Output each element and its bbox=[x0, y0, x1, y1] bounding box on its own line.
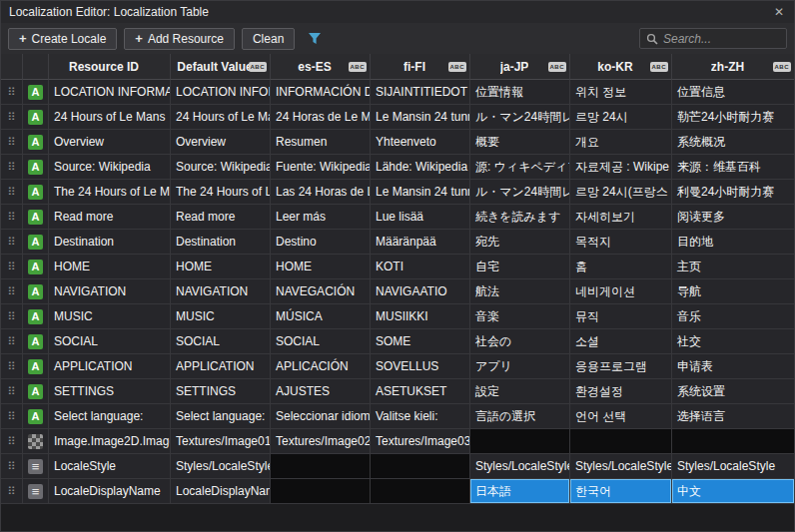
cell-resource-id[interactable]: LOCATION INFORMAT bbox=[49, 80, 171, 105]
cell-es-es[interactable]: APLICACIÓN bbox=[271, 354, 371, 379]
cell-zh-zh[interactable]: 阅读更多 bbox=[672, 205, 794, 230]
cell-es-es[interactable]: 24 Horas de Le Ma bbox=[271, 105, 371, 130]
cell-default-value[interactable]: HOME bbox=[171, 255, 271, 279]
cell-ja-jp[interactable]: アプリ bbox=[470, 354, 570, 379]
row-drag-handle[interactable]: ⠿ bbox=[1, 255, 23, 279]
cell-fi-fi[interactable]: Lue lisää bbox=[371, 205, 470, 230]
cell-zh-zh[interactable]: 选择语言 bbox=[672, 404, 794, 429]
cell-resource-id[interactable]: Overview bbox=[49, 130, 171, 155]
column-header-default-value[interactable]: Default Value ABC bbox=[171, 54, 271, 80]
clean-button[interactable]: Clean bbox=[242, 28, 295, 50]
cell-fi-fi[interactable]: NAVIGAATIO bbox=[371, 279, 470, 304]
cell-ja-jp[interactable]: 自宅 bbox=[470, 255, 570, 279]
row-drag-handle[interactable]: ⠿ bbox=[1, 429, 23, 454]
cell-default-value[interactable]: Read more bbox=[171, 205, 271, 230]
create-locale-button[interactable]: + Create Locale bbox=[8, 28, 117, 50]
cell-resource-id[interactable]: SETTINGS bbox=[49, 379, 171, 404]
cell-fi-fi[interactable]: KOTI bbox=[371, 255, 470, 279]
cell-ja-jp[interactable]: 位置情報 bbox=[470, 80, 570, 105]
cell-ja-jp[interactable]: 航法 bbox=[470, 279, 570, 304]
cell-zh-zh[interactable]: 位置信息 bbox=[672, 80, 794, 105]
cell-zh-zh[interactable]: 利曼24小时耐力赛 bbox=[672, 180, 794, 205]
cell-ko-kr[interactable]: 자료제공 : Wikipe bbox=[570, 155, 672, 180]
cell-ja-jp[interactable]: ル・マン24時間レース bbox=[470, 180, 570, 205]
cell-ja-jp[interactable]: 言語の選択 bbox=[470, 404, 570, 429]
row-drag-handle[interactable]: ⠿ bbox=[1, 404, 23, 429]
cell-default-value[interactable]: LOCATION INFOR bbox=[171, 80, 271, 105]
cell-fi-fi[interactable] bbox=[371, 479, 470, 504]
cell-zh-zh[interactable]: 导航 bbox=[672, 279, 794, 304]
cell-ko-kr[interactable]: 네비게이션 bbox=[570, 279, 672, 304]
cell-fi-fi[interactable]: Textures/Image03 bbox=[371, 429, 470, 454]
cell-es-es[interactable]: SOCIAL bbox=[271, 329, 371, 354]
cell-es-es[interactable]: AJUSTES bbox=[271, 379, 371, 404]
row-drag-handle[interactable]: ⠿ bbox=[1, 354, 23, 379]
row-drag-handle[interactable]: ⠿ bbox=[1, 454, 23, 479]
column-header-ko-kr[interactable]: ko-KR ABC bbox=[570, 54, 672, 80]
cell-es-es[interactable] bbox=[271, 479, 371, 504]
cell-resource-id[interactable]: Destination bbox=[49, 230, 171, 255]
cell-resource-id[interactable]: 24 Hours of Le Mans bbox=[49, 105, 171, 130]
cell-es-es[interactable]: Resumen bbox=[271, 130, 371, 155]
cell-default-value[interactable]: LocaleDisplayNam bbox=[171, 479, 271, 504]
cell-ja-jp[interactable]: 音楽 bbox=[470, 304, 570, 329]
cell-default-value[interactable]: SETTINGS bbox=[171, 379, 271, 404]
cell-zh-zh[interactable]: 系统设置 bbox=[672, 379, 794, 404]
cell-resource-id[interactable]: The 24 Hours of Le M bbox=[49, 180, 171, 205]
row-drag-handle[interactable]: ⠿ bbox=[1, 180, 23, 205]
cell-resource-id[interactable]: Read more bbox=[49, 205, 171, 230]
cell-zh-zh[interactable]: 音乐 bbox=[672, 304, 794, 329]
cell-ko-kr[interactable] bbox=[570, 429, 672, 454]
cell-fi-fi[interactable]: SIJAINTITIEDOT bbox=[371, 80, 470, 105]
cell-default-value[interactable]: MUSIC bbox=[171, 304, 271, 329]
row-drag-handle[interactable]: ⠿ bbox=[1, 479, 23, 504]
add-resource-button[interactable]: + Add Resource bbox=[124, 28, 235, 50]
row-drag-handle[interactable]: ⠿ bbox=[1, 205, 23, 230]
cell-ko-kr[interactable]: 개요 bbox=[570, 130, 672, 155]
cell-es-es[interactable]: Textures/Image02 bbox=[271, 429, 371, 454]
close-icon[interactable]: ✕ bbox=[772, 5, 786, 19]
cell-ko-kr[interactable]: Styles/LocaleStyle bbox=[570, 454, 672, 479]
cell-es-es[interactable]: Destino bbox=[271, 230, 371, 255]
cell-ja-jp[interactable]: Styles/LocaleStyle bbox=[470, 454, 570, 479]
cell-resource-id[interactable]: NAVIGATION bbox=[49, 279, 171, 304]
cell-ko-kr[interactable]: 언어 선택 bbox=[570, 404, 672, 429]
cell-ko-kr[interactable]: 한국어 bbox=[570, 479, 672, 504]
cell-zh-zh[interactable]: 主页 bbox=[672, 255, 794, 279]
cell-zh-zh[interactable]: 目的地 bbox=[672, 230, 794, 255]
cell-fi-fi[interactable] bbox=[371, 454, 470, 479]
cell-default-value[interactable]: Select language: bbox=[171, 404, 271, 429]
row-drag-handle[interactable]: ⠿ bbox=[1, 80, 23, 105]
cell-resource-id[interactable]: SOCIAL bbox=[49, 329, 171, 354]
cell-ko-kr[interactable]: 환경설정 bbox=[570, 379, 672, 404]
cell-ko-kr[interactable]: 홈 bbox=[570, 255, 672, 279]
cell-ja-jp[interactable] bbox=[470, 429, 570, 454]
cell-es-es[interactable]: HOME bbox=[271, 255, 371, 279]
cell-fi-fi[interactable]: Määränpää bbox=[371, 230, 470, 255]
row-drag-handle[interactable]: ⠿ bbox=[1, 105, 23, 130]
column-header-zh-zh[interactable]: zh-ZH ABC bbox=[672, 54, 794, 80]
cell-zh-zh[interactable]: 中文 bbox=[672, 479, 794, 504]
cell-default-value[interactable]: Destination bbox=[171, 230, 271, 255]
cell-ko-kr[interactable]: 자세히보기 bbox=[570, 205, 672, 230]
cell-ko-kr[interactable]: 르망 24시 bbox=[570, 105, 672, 130]
cell-default-value[interactable]: The 24 Hours of L bbox=[171, 180, 271, 205]
cell-ko-kr[interactable]: 소셜 bbox=[570, 329, 672, 354]
cell-zh-zh[interactable]: 社交 bbox=[672, 329, 794, 354]
cell-ko-kr[interactable]: 응용프로그램 bbox=[570, 354, 672, 379]
cell-ko-kr[interactable]: 목적지 bbox=[570, 230, 672, 255]
cell-resource-id[interactable]: LocaleStyle bbox=[49, 454, 171, 479]
cell-ja-jp[interactable]: 源: ウィキペディア bbox=[470, 155, 570, 180]
cell-default-value[interactable]: NAVIGATION bbox=[171, 279, 271, 304]
cell-resource-id[interactable]: Image.Image2D.Image bbox=[49, 429, 171, 454]
cell-default-value[interactable]: APPLICATION bbox=[171, 354, 271, 379]
cell-fi-fi[interactable]: ASETUKSET bbox=[371, 379, 470, 404]
search-input[interactable] bbox=[663, 32, 780, 46]
filter-icon[interactable] bbox=[308, 32, 322, 45]
cell-zh-zh[interactable]: 申请表 bbox=[672, 354, 794, 379]
column-header-ja-jp[interactable]: ja-JP ABC bbox=[470, 54, 570, 80]
cell-default-value[interactable]: Source: Wikipedia bbox=[171, 155, 271, 180]
row-drag-handle[interactable]: ⠿ bbox=[1, 379, 23, 404]
cell-default-value[interactable]: Overview bbox=[171, 130, 271, 155]
cell-es-es[interactable]: Las 24 Horas de L bbox=[271, 180, 371, 205]
